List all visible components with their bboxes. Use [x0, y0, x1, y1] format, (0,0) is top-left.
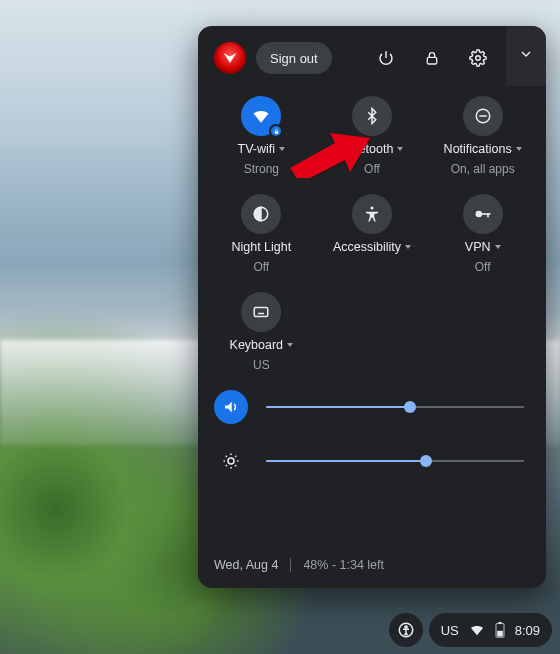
- svg-rect-9: [487, 213, 489, 217]
- sliders: [198, 372, 546, 486]
- battery-icon: [495, 622, 505, 638]
- accessibility-icon: [352, 194, 392, 234]
- svg-point-6: [370, 207, 373, 210]
- svg-rect-8: [481, 213, 490, 215]
- volume-slider[interactable]: [266, 406, 524, 408]
- caret-icon: [516, 147, 522, 151]
- panel-footer: Wed, Aug 4 48% - 1:34 left: [198, 548, 546, 588]
- gear-icon: [469, 49, 487, 67]
- keyboard-icon: [241, 292, 281, 332]
- lock-icon: [424, 50, 440, 66]
- accessibility-icon: [397, 621, 415, 639]
- quick-settings-panel: Sign out: [198, 26, 546, 588]
- brightness-button[interactable]: [214, 444, 248, 478]
- svg-point-7: [475, 211, 482, 218]
- volume-icon: [222, 398, 240, 416]
- wifi-icon: [241, 96, 281, 136]
- shelf: US 8:09: [0, 606, 560, 654]
- tile-bluetooth[interactable]: Bluetooth Off: [317, 96, 428, 176]
- tile-label: VPN: [465, 240, 491, 254]
- status-area[interactable]: US 8:09: [429, 613, 552, 647]
- caret-icon: [397, 147, 403, 151]
- tile-label: Notifications: [444, 142, 512, 156]
- tile-accessibility[interactable]: Accessibility: [317, 194, 428, 274]
- divider: [290, 558, 291, 572]
- chevron-down-icon: [518, 46, 534, 62]
- shelf-accessibility-button[interactable]: [389, 613, 423, 647]
- power-button[interactable]: [368, 40, 404, 76]
- svg-rect-0: [427, 57, 436, 64]
- tile-label: Night Light: [231, 240, 291, 254]
- caret-icon: [495, 245, 501, 249]
- lock-button[interactable]: [414, 40, 450, 76]
- tile-sub: Strong: [244, 162, 279, 176]
- tile-night-light[interactable]: Night Light Off: [206, 194, 317, 274]
- wifi-lock-badge-icon: [269, 124, 283, 138]
- caret-icon: [405, 245, 411, 249]
- tile-sub: Off: [475, 260, 491, 274]
- caret-icon: [279, 147, 285, 151]
- svg-line-20: [226, 456, 227, 457]
- settings-button[interactable]: [460, 40, 496, 76]
- svg-line-21: [235, 465, 236, 466]
- tile-notifications[interactable]: Notifications On, all apps: [427, 96, 538, 176]
- footer-date: Wed, Aug 4: [214, 558, 278, 572]
- tile-keyboard[interactable]: Keyboard US: [206, 292, 317, 372]
- volume-button[interactable]: [214, 390, 248, 424]
- tile-sub: Off: [364, 162, 380, 176]
- svg-rect-2: [275, 131, 279, 134]
- volume-row: [214, 390, 524, 424]
- clock: 8:09: [515, 623, 540, 638]
- svg-line-23: [235, 456, 236, 457]
- tile-label: Bluetooth: [341, 142, 394, 156]
- svg-line-22: [226, 465, 227, 466]
- svg-point-26: [405, 626, 407, 628]
- wifi-icon: [469, 622, 485, 638]
- ime-indicator: US: [441, 623, 459, 638]
- dnd-icon: [463, 96, 503, 136]
- footer-battery: 48% - 1:34 left: [303, 558, 384, 572]
- tiles-grid: TV-wifi Strong Bluetooth Off Notificatio…: [198, 86, 546, 372]
- tile-wifi[interactable]: TV-wifi Strong: [206, 96, 317, 176]
- svg-point-15: [228, 458, 234, 464]
- tile-sub: Off: [253, 260, 269, 274]
- avatar[interactable]: [214, 42, 246, 74]
- panel-header: Sign out: [198, 26, 546, 86]
- brightness-row: [214, 444, 524, 478]
- svg-rect-28: [498, 622, 501, 624]
- tile-label: TV-wifi: [238, 142, 276, 156]
- tile-sub: On, all apps: [451, 162, 515, 176]
- tile-sub: US: [253, 358, 270, 372]
- svg-rect-29: [497, 631, 503, 637]
- power-icon: [377, 49, 395, 67]
- collapse-toggle[interactable]: [506, 26, 546, 86]
- tile-label: Accessibility: [333, 240, 401, 254]
- brightness-icon: [222, 452, 240, 470]
- tile-label: Keyboard: [230, 338, 284, 352]
- bluetooth-icon: [352, 96, 392, 136]
- caret-icon: [287, 343, 293, 347]
- vpn-key-icon: [463, 194, 503, 234]
- tile-vpn[interactable]: VPN Off: [427, 194, 538, 274]
- night-light-icon: [241, 194, 281, 234]
- sign-out-button[interactable]: Sign out: [256, 42, 332, 74]
- svg-rect-10: [255, 308, 269, 317]
- svg-point-1: [476, 56, 481, 61]
- brightness-slider[interactable]: [266, 460, 524, 462]
